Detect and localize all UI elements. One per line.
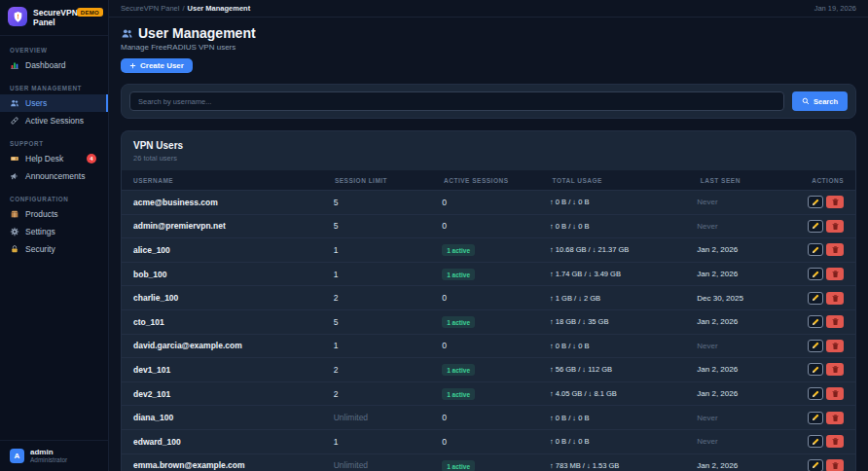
- col-active-sessions: Active Sessions: [444, 177, 552, 184]
- edit-user-button[interactable]: [808, 459, 823, 471]
- active-sessions-badge: 1 active: [442, 388, 475, 400]
- cell-username: cto_101: [133, 317, 334, 327]
- cell-last-seen: Never: [697, 414, 808, 422]
- edit-user-button[interactable]: [808, 220, 823, 233]
- cell-active-sessions: 0: [442, 198, 550, 207]
- trash-icon: [831, 414, 840, 422]
- edit-user-button[interactable]: [808, 387, 823, 400]
- dashboard-icon: [10, 60, 19, 70]
- edit-user-button[interactable]: [808, 243, 823, 256]
- cell-last-seen: Jan 2, 2026: [697, 245, 808, 254]
- table-row: dev1_10121 active↑ 56 GB / ↓ 112 GBJan 2…: [122, 357, 855, 381]
- search-card: Search: [121, 84, 856, 119]
- cell-actions: [808, 220, 844, 233]
- table-body: acme@business.com50↑ 0 B / ↓ 0 BNeveradm…: [122, 190, 855, 471]
- create-user-button[interactable]: Create User: [121, 58, 193, 73]
- delete-user-button[interactable]: [826, 196, 844, 208]
- cell-active-sessions: 0: [442, 221, 550, 231]
- breadcrumb-current: User Management: [188, 4, 251, 13]
- sidebar-item-dashboard[interactable]: Dashboard: [0, 56, 108, 74]
- trash-icon: [831, 222, 840, 231]
- delete-user-button[interactable]: [826, 435, 844, 448]
- trash-icon: [831, 294, 840, 303]
- table-row: dev2_10121 active↑ 4.05 GB / ↓ 8.1 GBJan…: [122, 381, 855, 406]
- cell-total-usage: ↑ 0 B / ↓ 0 B: [550, 414, 697, 422]
- cell-active-sessions: 1 active: [442, 317, 550, 327]
- edit-user-button[interactable]: [808, 268, 823, 280]
- pencil-icon: [812, 366, 819, 374]
- cell-last-seen: Jan 2, 2026: [697, 365, 808, 374]
- sidebar-item-users[interactable]: Users: [0, 94, 108, 112]
- sidebar-item-products[interactable]: Products: [0, 205, 108, 223]
- users-icon: [10, 98, 19, 108]
- delete-user-button[interactable]: [826, 340, 844, 352]
- edit-user-button[interactable]: [808, 196, 823, 208]
- sidebar-item-security[interactable]: Security: [0, 240, 108, 258]
- cell-session-limit: 1: [334, 341, 443, 350]
- cell-last-seen: Jan 2, 2026: [697, 461, 808, 470]
- sidebar-item-label: Active Sessions: [25, 116, 84, 126]
- app-title: SecureVPN Panel: [33, 7, 82, 27]
- active-sessions-badge: 1 active: [442, 316, 475, 328]
- col-username: Username: [133, 177, 335, 184]
- delete-user-button[interactable]: [826, 220, 844, 233]
- delete-user-button[interactable]: [826, 315, 844, 328]
- edit-user-button[interactable]: [808, 435, 823, 448]
- search-button[interactable]: Search: [792, 91, 848, 111]
- link-icon: [10, 116, 19, 126]
- sidebar-item-label: Users: [25, 98, 47, 108]
- edit-user-button[interactable]: [808, 315, 823, 328]
- search-input[interactable]: [129, 91, 784, 111]
- delete-user-button[interactable]: [826, 292, 844, 305]
- cell-username: bob_100: [133, 270, 334, 279]
- sidebar-item-active-sessions[interactable]: Active Sessions: [0, 112, 108, 129]
- delete-user-button[interactable]: [826, 387, 844, 400]
- sidebar-user[interactable]: A admin Administrator: [0, 440, 108, 471]
- edit-user-button[interactable]: [808, 363, 823, 376]
- col-total-usage: Total Usage: [553, 177, 701, 184]
- cell-active-sessions: 1 active: [442, 389, 550, 399]
- table-row: charlie_10020↑ 1 GB / ↓ 2 GBDec 30, 2025: [122, 285, 855, 309]
- sidebar-item-announcements[interactable]: Announcements: [0, 167, 108, 185]
- trash-icon: [831, 389, 840, 398]
- cell-active-sessions: 0: [442, 293, 550, 303]
- cell-session-limit: 1: [334, 245, 443, 255]
- cell-actions: [808, 292, 844, 305]
- cell-actions: [808, 315, 844, 328]
- cell-session-limit: 5: [334, 198, 443, 207]
- cell-actions: [808, 459, 844, 471]
- delete-user-button[interactable]: [826, 459, 844, 471]
- trash-icon: [831, 317, 840, 326]
- edit-user-button[interactable]: [808, 292, 823, 305]
- sidebar-section-configuration: CONFIGURATION: [10, 196, 98, 202]
- table-header-row: Username Session Limit Active Sessions T…: [122, 170, 855, 190]
- users-icon: [121, 27, 133, 40]
- table-row: diana_100Unlimited0↑ 0 B / ↓ 0 BNever: [122, 405, 855, 429]
- sidebar-item-help-desk[interactable]: Help Desk4: [0, 150, 108, 167]
- breadcrumb-root[interactable]: SecureVPN Panel: [121, 4, 179, 13]
- cell-session-limit: 5: [334, 317, 443, 327]
- cell-last-seen: Never: [697, 198, 808, 206]
- cell-username: dev1_101: [133, 365, 334, 375]
- sidebar-section-user-management: USER MANAGEMENT: [10, 85, 98, 91]
- cell-total-usage: ↑ 10.68 GB / ↓ 21.37 GB: [550, 245, 697, 254]
- cell-actions: [808, 412, 844, 424]
- edit-user-button[interactable]: [808, 412, 823, 424]
- search-icon: [802, 97, 810, 105]
- cell-last-seen: Never: [697, 222, 808, 231]
- cell-active-sessions: 0: [442, 341, 550, 350]
- delete-user-button[interactable]: [826, 268, 844, 280]
- cell-session-limit: Unlimited: [334, 413, 443, 422]
- sidebar-item-label: Announcements: [25, 171, 85, 181]
- pencil-icon: [812, 222, 819, 230]
- delete-user-button[interactable]: [826, 412, 844, 424]
- page-subtitle: Manage FreeRADIUS VPN users: [121, 43, 856, 52]
- notification-badge: 4: [87, 154, 96, 163]
- delete-user-button[interactable]: [826, 363, 844, 376]
- cell-last-seen: Dec 30, 2025: [697, 294, 808, 303]
- edit-user-button[interactable]: [808, 340, 823, 352]
- ticket-icon: [10, 154, 19, 163]
- current-date: Jan 19, 2026: [814, 4, 856, 13]
- delete-user-button[interactable]: [826, 243, 844, 256]
- sidebar-item-settings[interactable]: Settings: [0, 223, 108, 240]
